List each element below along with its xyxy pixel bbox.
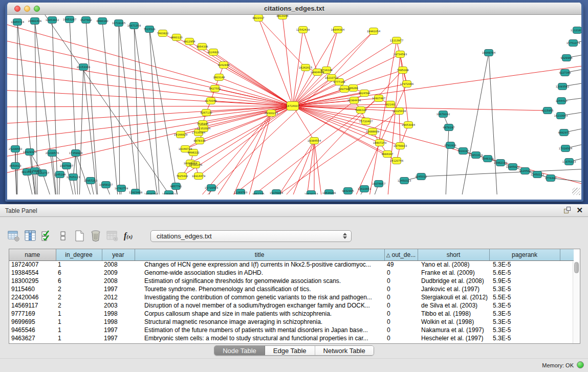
svg-text:12450122: 12450122	[531, 173, 544, 176]
svg-text:19734593: 19734593	[394, 53, 407, 56]
svg-text:17957253: 17957253	[84, 179, 97, 182]
svg-text:9932905: 9932905	[342, 189, 354, 192]
svg-text:19384554: 19384554	[308, 139, 321, 142]
scrollbar-thumb[interactable]	[574, 262, 579, 273]
status-bar: Memory: OK	[0, 358, 588, 372]
svg-text:12353594: 12353594	[197, 127, 211, 130]
svg-text:746266: 746266	[348, 86, 358, 90]
combo-arrows-icon	[343, 233, 347, 239]
column-header-pagerank[interactable]: pagerank	[489, 249, 560, 260]
table-row[interactable]: 946554611997Estimation of the future num…	[9, 326, 574, 334]
network-canvas[interactable]: 1872400719384554293002157463822966012339…	[7, 15, 581, 196]
svg-text:20364436: 20364436	[347, 99, 361, 102]
float-panel-icon[interactable]	[564, 207, 571, 214]
svg-text:9227349: 9227349	[559, 71, 571, 74]
function-builder-icon[interactable]: f(x)	[122, 230, 135, 243]
table-select-value: citations_edges.txt	[151, 232, 212, 240]
table-row[interactable]: 1938455462009Genome-wide association stu…	[9, 269, 574, 277]
svg-text:10364853: 10364853	[162, 192, 176, 194]
svg-text:12213977: 12213977	[390, 39, 403, 42]
svg-text:16671358: 16671358	[127, 24, 141, 27]
svg-text:7535945: 7535945	[197, 122, 208, 125]
svg-text:20891406: 20891406	[28, 19, 41, 23]
tab-edge-table[interactable]: Edge Table	[265, 346, 315, 355]
resize-grip[interactable]	[572, 188, 580, 195]
tab-node-table[interactable]: Node Table	[214, 346, 265, 355]
svg-text:16074657: 16074657	[372, 182, 385, 185]
svg-text:19756933: 19756933	[394, 144, 407, 147]
svg-text:9124821: 9124821	[207, 51, 219, 54]
table-row[interactable]: 1830029562008Estimation of significance …	[9, 277, 574, 285]
table-row[interactable]: 969969511998Structural magnetic resonanc…	[9, 318, 574, 326]
table-row[interactable]: 1872400712008Changes of HCN gene express…	[9, 260, 574, 269]
svg-text:29300215: 29300215	[265, 112, 278, 115]
delete-column-icon[interactable]	[89, 230, 102, 243]
svg-text:11121831: 11121831	[571, 29, 581, 32]
select-rows-icon[interactable]	[40, 230, 53, 243]
svg-text:1145194: 1145194	[54, 173, 66, 176]
svg-text:62160: 62160	[386, 103, 395, 106]
table-scrollbar[interactable]	[573, 261, 579, 343]
node-table[interactable]: namein_degreeyeartitle△out_de...shortpag…	[9, 249, 580, 344]
svg-text:10834153: 10834153	[304, 192, 318, 194]
svg-text:10590246: 10590246	[189, 163, 202, 166]
svg-text:9498222: 9498222	[187, 151, 199, 154]
svg-text:9124502: 9124502	[519, 169, 531, 172]
table-row[interactable]: 2242004622012Investigating the contribut…	[9, 293, 574, 301]
svg-text:20206576: 20206576	[46, 151, 59, 155]
network-window[interactable]: citations_edges.txt 18724007193845542930…	[5, 3, 583, 202]
close-panel-icon[interactable]: ✕	[576, 207, 583, 214]
svg-text:7986322: 7986322	[355, 108, 366, 112]
svg-text:17016504: 17016504	[559, 147, 573, 150]
svg-text:10653287: 10653287	[63, 18, 76, 21]
svg-text:9242848: 9242848	[217, 63, 229, 67]
table-tabs: Node TableEdge TableNetwork Table	[214, 345, 374, 356]
tab-network-table[interactable]: Network Table	[315, 346, 374, 355]
svg-text:1527602: 1527602	[80, 18, 92, 21]
table-mode-icon[interactable]	[7, 230, 20, 243]
column-header-year[interactable]: year	[102, 249, 135, 260]
svg-text:19653094: 19653094	[402, 123, 416, 126]
svg-text:8813044: 8813044	[276, 15, 289, 17]
svg-text:20153346: 20153346	[77, 65, 90, 69]
table-row[interactable]: 1456911722003Disruption of a novel membe…	[9, 301, 574, 310]
svg-text:16262615: 16262615	[299, 66, 312, 69]
svg-text:1244413: 1244413	[555, 99, 567, 102]
svg-text:12610651: 12610651	[358, 187, 371, 190]
table-panel: Table Panel ✕ f(x) citat	[0, 204, 588, 372]
column-header-title[interactable]: title	[135, 249, 384, 260]
svg-text:16914479: 16914479	[192, 174, 205, 178]
svg-text:19961054: 19961054	[367, 30, 381, 33]
column-header-short[interactable]: short	[418, 249, 489, 260]
svg-text:11675333: 11675333	[562, 160, 576, 163]
network-window-titlebar[interactable]: citations_edges.txt	[7, 3, 581, 15]
column-header-in_degree[interactable]: in_degree	[56, 249, 102, 260]
svg-text:18807249: 18807249	[373, 141, 386, 144]
svg-text:2803144: 2803144	[213, 76, 225, 79]
svg-text:9692971: 9692971	[558, 131, 570, 134]
svg-text:9684067: 9684067	[381, 152, 393, 156]
table-row[interactable]: 911546021997Tourette syndrome. Phenomeno…	[9, 285, 574, 293]
svg-text:15076954: 15076954	[270, 191, 284, 194]
svg-text:15716485: 15716485	[205, 186, 218, 189]
table-select[interactable]: citations_edges.txt	[150, 230, 352, 242]
svg-text:10958107: 10958107	[99, 183, 113, 186]
svg-text:16953642: 16953642	[46, 18, 59, 21]
svg-text:9546318: 9546318	[482, 157, 493, 160]
column-header-name[interactable]: name	[9, 249, 56, 260]
svg-text:16782759: 16782759	[115, 187, 128, 190]
svg-text:17359928: 17359928	[69, 151, 82, 155]
svg-text:12450323: 12450323	[398, 179, 411, 182]
delete-table-icon	[105, 230, 118, 243]
show-columns-icon[interactable]	[24, 230, 36, 243]
svg-text:18679192: 18679192	[437, 113, 450, 116]
svg-text:9329966: 9329966	[560, 56, 572, 59]
svg-text:12093582: 12093582	[556, 85, 569, 88]
row-stack-icon[interactable]	[56, 230, 69, 243]
table-row[interactable]: 946362711997Embryonic stem cells: a mode…	[9, 334, 574, 342]
svg-text:3624594: 3624594	[358, 92, 371, 95]
window-title: citations_edges.txt	[7, 5, 581, 12]
column-header-out_de[interactable]: △out_de...	[384, 249, 418, 260]
new-column-icon[interactable]	[73, 230, 85, 243]
table-row[interactable]: 977716911998Corpus callosum shape and si…	[9, 310, 574, 318]
